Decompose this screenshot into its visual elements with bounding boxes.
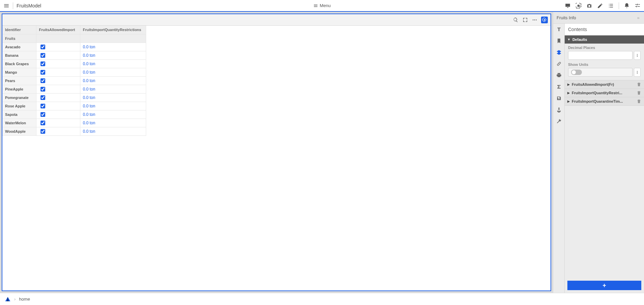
checkbox-allowed[interactable] [41, 104, 45, 108]
row-label[interactable]: Mango [2, 68, 36, 76]
row-label[interactable]: WoodApple [2, 127, 36, 135]
col-qty[interactable]: FruitsImportQuantityRestrictions [80, 26, 146, 34]
checkbox-allowed[interactable] [41, 70, 45, 75]
cell-allowed[interactable] [36, 51, 80, 59]
tab-anchor-icon[interactable] [556, 107, 562, 113]
tab-wrench-icon[interactable] [556, 118, 562, 124]
workspace: Identifier FruitsAllowedImport FruitsImp… [0, 12, 553, 293]
cell-qty[interactable]: 0.0 ton [80, 127, 146, 135]
search-icon[interactable] [513, 17, 519, 23]
row-set-label[interactable]: Fruits [2, 34, 36, 43]
checkbox-allowed[interactable] [41, 87, 45, 92]
cell-allowed[interactable] [36, 119, 80, 127]
tab-text-icon[interactable] [556, 26, 562, 32]
tab-save-icon[interactable] [556, 95, 562, 101]
row-label[interactable]: WaterMelon [2, 119, 36, 127]
cell-allowed[interactable] [36, 43, 80, 51]
gear-icon[interactable] [575, 3, 582, 9]
trash-icon[interactable] [637, 99, 641, 104]
sliders-icon[interactable] [635, 3, 641, 9]
checkbox-allowed[interactable] [41, 129, 45, 134]
cell-qty[interactable]: 0.0 ton [80, 51, 146, 59]
cell-allowed[interactable] [36, 85, 80, 93]
show-units-menu[interactable] [634, 68, 641, 77]
bell-icon[interactable] [624, 3, 630, 9]
col-identifier[interactable]: Identifier [2, 26, 36, 34]
svg-point-1 [533, 19, 534, 20]
table-row: Sapota0.0 ton [2, 110, 146, 119]
cell-qty[interactable]: 0.0 ton [80, 102, 146, 110]
tab-bookmark-icon[interactable] [556, 38, 562, 44]
row-label[interactable]: PineApple [2, 85, 36, 93]
cell-allowed[interactable] [36, 76, 80, 85]
tab-link-icon[interactable] [556, 61, 562, 67]
cell-allowed[interactable] [36, 93, 80, 102]
more-icon[interactable] [532, 17, 538, 23]
trash-icon[interactable] [637, 91, 641, 95]
checkbox-allowed[interactable] [41, 112, 45, 117]
row-label[interactable]: Banana [2, 51, 36, 59]
tab-layers-icon[interactable] [556, 49, 562, 55]
row-label[interactable]: Black Grapes [2, 59, 36, 68]
add-button[interactable]: + [567, 281, 641, 290]
list-icon[interactable] [608, 3, 614, 9]
row-label[interactable]: Rose Apple [2, 102, 36, 110]
data-table: Identifier FruitsAllowedImport FruitsImp… [2, 26, 146, 136]
checkbox-allowed[interactable] [41, 121, 45, 125]
crumb-sep: › [14, 297, 16, 302]
cell-qty[interactable]: 0.0 ton [80, 76, 146, 85]
cell-qty[interactable]: 0.0 ton [80, 93, 146, 102]
cell-qty[interactable]: 0.0 ton [80, 43, 146, 51]
cell-qty[interactable]: 0.0 ton [80, 85, 146, 93]
cell-allowed[interactable] [36, 59, 80, 68]
monitor-icon[interactable] [565, 3, 571, 9]
row-label[interactable]: Pomegranate [2, 93, 36, 102]
tab-sigma-icon[interactable] [556, 84, 562, 90]
section-header[interactable]: ▶FruitsAllowedImport(Fr) [565, 80, 644, 88]
section-header[interactable]: ▶FruitsImportQuarantineTim... [565, 97, 644, 105]
row-label[interactable]: Pears [2, 76, 36, 85]
logo-icon[interactable] [5, 296, 11, 302]
collapse-icon[interactable]: » [636, 15, 641, 20]
cell-allowed[interactable] [36, 110, 80, 119]
menu-button[interactable]: Menu [313, 3, 331, 8]
decimal-places-input[interactable] [568, 51, 633, 60]
defaults-section[interactable]: ▼ Defaults [565, 35, 644, 44]
row-label[interactable]: Avacado [2, 43, 36, 51]
checkbox-allowed[interactable] [41, 61, 45, 66]
decimal-places-menu[interactable] [634, 51, 641, 60]
checkbox-allowed[interactable] [41, 95, 45, 100]
cell-qty[interactable]: 0.0 ton [80, 68, 146, 76]
pencil-icon[interactable] [597, 3, 603, 9]
chevron-right-icon: ▶ [567, 100, 570, 103]
fullscreen-icon[interactable] [522, 17, 528, 23]
table-row: Rose Apple0.0 ton [2, 102, 146, 110]
tab-printer-icon[interactable] [556, 72, 562, 78]
topbar: FruitsModel Menu [0, 0, 644, 12]
checkbox-allowed[interactable] [41, 45, 45, 49]
cell-allowed[interactable] [36, 127, 80, 135]
cell-qty[interactable]: 0.0 ton [80, 110, 146, 119]
trash-icon[interactable] [637, 82, 641, 87]
svg-point-3 [536, 19, 537, 20]
checkbox-allowed[interactable] [41, 53, 45, 58]
table-row: Mango0.0 ton [2, 68, 146, 76]
table-row: WaterMelon0.0 ton [2, 119, 146, 127]
menu-icon[interactable] [3, 3, 9, 9]
cell-qty[interactable]: 0.0 ton [80, 59, 146, 68]
crumb-home[interactable]: home [19, 297, 30, 302]
table-row: Banana0.0 ton [2, 51, 146, 59]
row-label[interactable]: Sapota [2, 110, 36, 119]
cell-qty[interactable]: 0.0 ton [80, 119, 146, 127]
cell-allowed[interactable] [36, 68, 80, 76]
panel-settings-icon[interactable] [541, 17, 548, 23]
table-row: Avacado0.0 ton [2, 43, 146, 51]
section-label: FruitsImportQuantityRestri... [572, 91, 635, 95]
section-header[interactable]: ▶FruitsImportQuantityRestri... [565, 89, 644, 97]
checkbox-allowed[interactable] [41, 78, 45, 83]
cell-allowed[interactable] [36, 102, 80, 110]
col-allowed[interactable]: FruitsAllowedImport [36, 26, 80, 34]
svg-point-5 [637, 54, 638, 55]
camera-icon[interactable] [586, 3, 592, 9]
show-units-toggle[interactable] [571, 70, 582, 75]
